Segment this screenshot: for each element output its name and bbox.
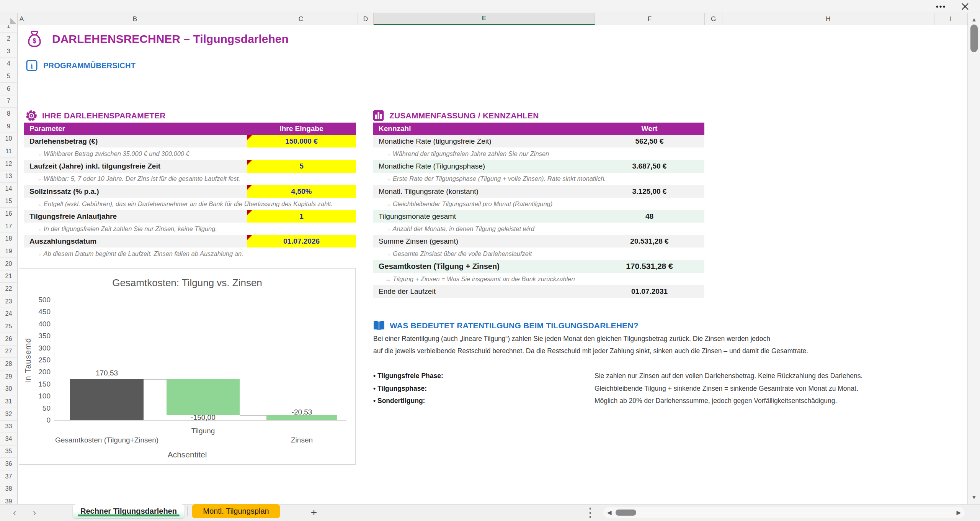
column-header-B[interactable]: B <box>26 13 244 25</box>
row-header-3[interactable]: 3 <box>0 45 17 58</box>
scroll-left-icon[interactable]: ◀ <box>607 509 612 516</box>
row-header-1[interactable]: 1 <box>0 25 17 33</box>
parameters-row-label: Laufzeit (Jahre) inkl. tilgungsfreie Zei… <box>24 160 247 173</box>
sheet-tab-1[interactable]: Rechner Tilgungsdarlehen <box>73 504 185 518</box>
y-tick-250: 250 <box>23 356 51 364</box>
horizontal-scrollbar[interactable]: ◀ ▶ <box>603 507 965 518</box>
row-header-21[interactable]: 21 <box>0 270 17 283</box>
y-tick-450: 450 <box>23 308 51 316</box>
column-header-E[interactable]: E <box>374 13 595 25</box>
parameters-row-label: Tilgungsfreie Anlaufjahre <box>24 210 247 223</box>
row-header-25[interactable]: 25 <box>0 320 17 333</box>
window-menu-button[interactable]: ••• <box>931 0 951 13</box>
summary-row-hint: → Tilgung + Zinsen = Was Sie insgesamt a… <box>373 273 704 285</box>
summary-row-hint: → Gleichbleibender Tilgungsanteil pro Mo… <box>373 198 704 210</box>
parameters-row-value[interactable]: 01.07.2026 <box>247 235 356 248</box>
row-header-28[interactable]: 28 <box>0 358 17 370</box>
section-title-explanation: WAS BEDEUTET RATENTILGUNG BEIM TILGUNGSD… <box>390 321 639 330</box>
section-title-summary: ZUSAMMENFASSUNG / KENNZAHLEN <box>389 111 539 120</box>
parameters-row-hint: → Wählbar: 5, 7 oder 10 Jahre. Der Zins … <box>24 173 356 185</box>
column-header-F[interactable]: F <box>595 13 705 25</box>
sheet-area: $ DARLEHENSRECHNER – Tilgungsdarlehen i … <box>18 25 967 504</box>
vertical-scrollbar[interactable]: ▲ ▼ <box>967 13 980 504</box>
row-header-13[interactable]: 13 <box>0 170 17 183</box>
sheet-tab-2[interactable]: Montl. Tilgungsplan <box>192 504 280 518</box>
scroll-right-icon[interactable]: ▶ <box>956 509 961 516</box>
program-overview-link[interactable]: PROGRAMMÜBERSICHT <box>43 61 136 70</box>
row-header-32[interactable]: 32 <box>0 408 17 421</box>
vertical-scroll-thumb[interactable] <box>970 25 978 52</box>
row-header-31[interactable]: 31 <box>0 395 17 408</box>
row-header-6[interactable]: 6 <box>0 83 17 95</box>
y-tick-100: 100 <box>23 392 51 400</box>
row-header-26[interactable]: 26 <box>0 333 17 346</box>
row-header-37[interactable]: 37 <box>0 470 17 483</box>
row-header-24[interactable]: 24 <box>0 308 17 320</box>
chart-category-2: Zinsen <box>243 436 360 444</box>
next-sheet-button[interactable]: › <box>29 507 39 518</box>
chart-title: Gesamtkosten: Tilgung vs. Zinsen <box>19 277 355 289</box>
column-header-H[interactable]: H <box>722 13 934 25</box>
scroll-down-icon[interactable]: ▼ <box>968 494 980 500</box>
row-header-16[interactable]: 16 <box>0 208 17 220</box>
summary-row-label: Gesamtkosten (Tilgung + Zinsen) <box>373 260 595 273</box>
parameters-row-value[interactable]: 1 <box>247 210 356 223</box>
row-header-11[interactable]: 11 <box>0 145 17 158</box>
cell-comment-indicator <box>247 185 252 190</box>
parameters-row-value[interactable]: 4,50% <box>247 185 356 198</box>
summary-row-value: 20.531,28 € <box>595 235 704 248</box>
row-header-39[interactable]: 39 <box>0 495 17 504</box>
row-header-17[interactable]: 17 <box>0 220 17 233</box>
row-header-23[interactable]: 23 <box>0 295 17 308</box>
money-bag-icon: $ <box>28 31 41 48</box>
parameters-header-param: Parameter <box>24 125 65 133</box>
chart-data-label-2: -20,53 <box>266 408 337 416</box>
parameters-row-hint: → Ab diesem Datum beginnt die Laufzeit. … <box>24 248 356 260</box>
column-header-G[interactable]: G <box>705 13 722 25</box>
column-header-D[interactable]: D <box>358 13 374 25</box>
row-header-14[interactable]: 14 <box>0 183 17 195</box>
parameters-row-value[interactable]: 150.000 € <box>247 135 356 148</box>
prev-sheet-button[interactable]: ‹ <box>10 507 20 518</box>
row-header-18[interactable]: 18 <box>0 233 17 245</box>
parameters-row-value[interactable]: 5 <box>247 160 356 173</box>
status-bar-handle-icon[interactable] <box>590 508 591 519</box>
window-close-button[interactable] <box>956 0 974 13</box>
row-header-20[interactable]: 20 <box>0 258 17 270</box>
column-header-C[interactable]: C <box>244 13 358 25</box>
scroll-up-icon[interactable]: ▲ <box>968 16 980 23</box>
row-header-12[interactable]: 12 <box>0 158 17 170</box>
row-header-9[interactable]: 9 <box>0 120 17 133</box>
column-header-A[interactable]: A <box>18 13 26 25</box>
row-header-33[interactable]: 33 <box>0 420 17 433</box>
row-header-34[interactable]: 34 <box>0 433 17 446</box>
horizontal-scroll-thumb[interactable] <box>616 510 636 516</box>
y-axis-line <box>54 300 54 420</box>
row-header-8[interactable]: 8 <box>0 108 17 120</box>
row-header-35[interactable]: 35 <box>0 445 17 458</box>
row-header-2[interactable]: 2 <box>0 33 17 45</box>
column-header-I[interactable]: I <box>934 13 967 25</box>
page-title: DARLEHENSRECHNER – Tilgungsdarlehen <box>52 33 289 46</box>
row-header-30[interactable]: 30 <box>0 383 17 395</box>
row-header-15[interactable]: 15 <box>0 195 17 208</box>
bullet-term-0: • Tilgungsfreie Phase: <box>373 372 443 380</box>
cell-comment-indicator <box>247 135 252 140</box>
row-header-5[interactable]: 5 <box>0 70 17 83</box>
chart-object[interactable]: Gesamtkosten: Tilgung vs. Zinsen In Taus… <box>19 268 356 465</box>
gear-icon <box>25 110 38 122</box>
row-header-22[interactable]: 22 <box>0 283 17 295</box>
y-tick-200: 200 <box>23 368 51 376</box>
row-header-27[interactable]: 27 <box>0 345 17 358</box>
select-all-corner[interactable] <box>0 13 18 25</box>
row-header-19[interactable]: 19 <box>0 245 17 258</box>
row-header-10[interactable]: 10 <box>0 133 17 145</box>
row-header-4[interactable]: 4 <box>0 57 17 70</box>
summary-row-value: 562,50 € <box>595 135 704 148</box>
add-sheet-button[interactable]: + <box>307 506 320 519</box>
row-header-29[interactable]: 29 <box>0 370 17 383</box>
summary-row-value: 3.687,50 € <box>595 160 704 173</box>
row-header-36[interactable]: 36 <box>0 458 17 470</box>
row-header-7[interactable]: 7 <box>0 95 17 108</box>
row-header-38[interactable]: 38 <box>0 483 17 495</box>
